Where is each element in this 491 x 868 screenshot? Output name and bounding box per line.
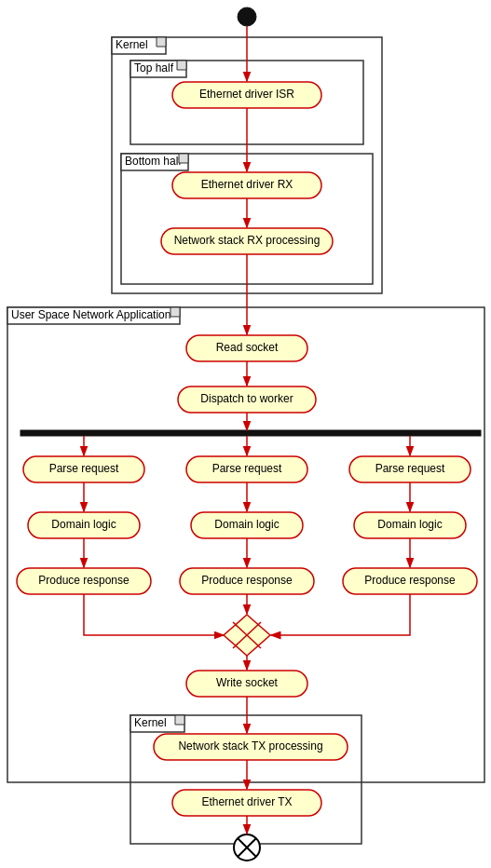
network-rx-label: Network stack RX processing: [174, 234, 321, 247]
parse2-label: Parse request: [212, 462, 282, 475]
kernel-bottom-label: Kernel: [134, 716, 167, 729]
bottom-half-label: Bottom half: [125, 155, 182, 168]
fork-bar: [20, 430, 481, 436]
user-space-frame: [7, 307, 484, 782]
ethernet-rx-label: Ethernet driver RX: [201, 178, 293, 191]
kernel-label: Kernel: [116, 38, 148, 51]
domain1-label: Domain logic: [51, 518, 116, 531]
user-space-label: User Space Network Application: [11, 308, 170, 321]
diagram-container: Kernel Top half Ethernet driver ISR Bott…: [0, 0, 491, 868]
network-tx-label: Network stack TX processing: [178, 739, 322, 753]
ethernet-isr-label: Ethernet driver ISR: [199, 88, 294, 101]
parse3-label: Parse request: [375, 462, 445, 475]
produce1-label: Produce response: [38, 574, 130, 587]
initial-node: [238, 7, 256, 26]
domain2-label: Domain logic: [214, 518, 279, 531]
top-half-label: Top half: [134, 61, 174, 75]
dispatch-worker-label: Dispatch to worker: [200, 392, 293, 405]
produce2-label: Produce response: [201, 574, 293, 587]
arrow-produce1-merge: [84, 594, 224, 635]
ethernet-tx-label: Ethernet driver TX: [201, 795, 292, 808]
domain3-label: Domain logic: [377, 518, 442, 531]
arrow-produce3-merge: [271, 594, 410, 635]
read-socket-label: Read socket: [216, 341, 279, 354]
produce3-label: Produce response: [364, 574, 456, 587]
parse1-label: Parse request: [49, 462, 119, 475]
write-socket-label: Write socket: [216, 676, 278, 689]
